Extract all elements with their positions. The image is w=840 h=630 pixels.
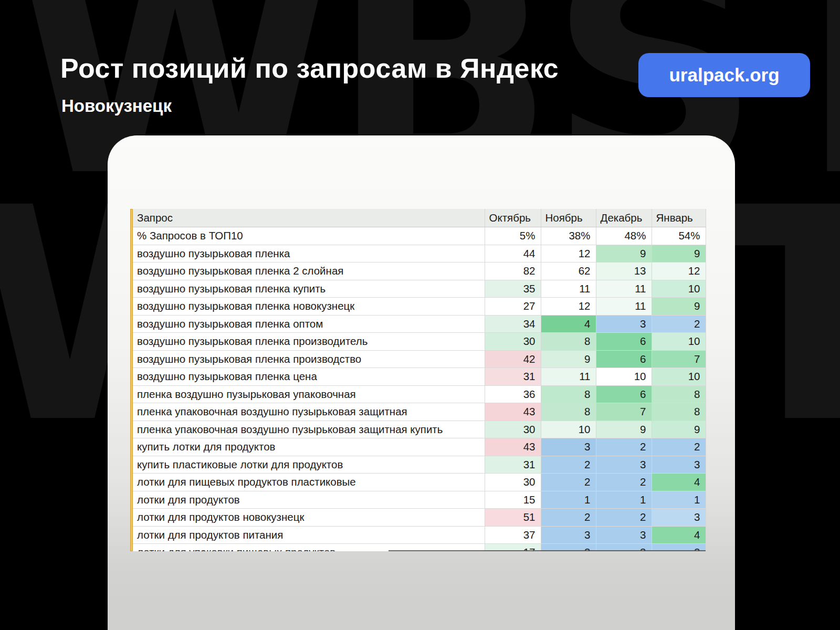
value-cell: 8 — [541, 385, 596, 403]
value-cell: 2 — [652, 438, 706, 456]
value-cell: 1 — [596, 491, 652, 509]
value-cell: 2 — [541, 474, 596, 491]
value-cell: 6 — [596, 385, 652, 403]
column-header-query: Запрос — [133, 209, 485, 227]
value-cell: 1 — [652, 491, 706, 509]
value-cell: 3 — [596, 456, 652, 474]
table-row: пленка воздушно пузырьковая упаковочная3… — [133, 385, 706, 403]
value-cell: 5% — [485, 227, 541, 245]
value-cell: 43 — [485, 438, 541, 456]
value-cell: 11 — [541, 280, 596, 298]
value-cell: 2 — [541, 456, 596, 474]
value-cell: 35 — [485, 280, 541, 298]
value-cell: 12 — [541, 298, 596, 316]
value-cell: 10 — [652, 368, 706, 386]
value-cell: 3 — [652, 509, 706, 527]
table-row: воздушно пузырьковая пленка купить351111… — [133, 280, 706, 298]
query-cell: % Запросов в ТОП10 — [133, 227, 485, 245]
query-cell: купить пластиковые лотки для продуктов — [133, 456, 485, 474]
value-cell: 8 — [541, 403, 596, 421]
table-row: пленка упаковочная воздушно пузырьковая … — [133, 421, 706, 438]
query-cell: воздушно пузырьковая пленка цена — [133, 368, 485, 386]
value-cell: 42 — [485, 350, 541, 368]
slide: WBSTR WBSTR Рост позиций по запросам в Я… — [0, 0, 840, 630]
table-body: % Запросов в ТОП105%38%48%54%воздушно пу… — [133, 227, 706, 552]
query-cell: пленка воздушно пузырьковая упаковочная — [133, 385, 485, 403]
value-cell: 8 — [652, 403, 706, 421]
table-row: купить пластиковые лотки для продуктов31… — [133, 456, 706, 474]
value-cell: 3 — [541, 526, 596, 544]
positions-table: Запрос Октябрь Ноябрь Декабрь Январь % З… — [133, 209, 706, 551]
value-cell: 36 — [485, 385, 541, 403]
column-header-month: Январь — [652, 209, 706, 227]
value-cell: 31 — [485, 368, 541, 386]
query-cell: лотки для продуктов питания — [133, 526, 485, 544]
spreadsheet-screenshot: Запрос Октябрь Ноябрь Декабрь Январь % З… — [133, 209, 706, 551]
value-cell: 4 — [652, 526, 706, 544]
value-cell: 51 — [485, 509, 541, 527]
value-cell: 4 — [541, 315, 596, 333]
table-row: % Запросов в ТОП105%38%48%54% — [133, 227, 706, 245]
value-cell: 62 — [541, 262, 596, 280]
value-cell: 11 — [541, 368, 596, 386]
value-cell: 48% — [596, 227, 652, 245]
value-cell: 2 — [541, 509, 596, 527]
query-cell: пленка упаковочная воздушно пузырьковая … — [133, 403, 485, 421]
value-cell: 8 — [541, 333, 596, 351]
table-row: купить лотки для продуктов43322 — [133, 438, 706, 456]
query-cell: пленка упаковочная воздушно пузырьковая … — [133, 421, 485, 438]
query-cell: воздушно пузырьковая пленка производител… — [133, 333, 485, 351]
query-cell: воздушно пузырьковая пленка оптом — [133, 315, 485, 333]
value-cell: 12 — [541, 245, 596, 262]
site-badge[interactable]: uralpack.org — [638, 53, 810, 97]
value-cell: 10 — [652, 280, 706, 298]
table-row: воздушно пузырьковая пленка производство… — [133, 350, 706, 368]
value-cell: 4 — [652, 474, 706, 491]
value-cell: 6 — [596, 350, 652, 368]
value-cell: 10 — [541, 421, 596, 438]
table-row: лотки для продуктов питания37334 — [133, 526, 706, 544]
value-cell: 2 — [596, 474, 652, 491]
value-cell: 30 — [485, 333, 541, 351]
column-header-month: Октябрь — [485, 209, 541, 227]
value-cell: 34 — [485, 315, 541, 333]
value-cell: 2 — [596, 509, 652, 527]
table-row: воздушно пузырьковая пленка производител… — [133, 333, 706, 351]
value-cell: 6 — [596, 333, 652, 351]
query-cell: купить лотки для продуктов — [133, 438, 485, 456]
value-cell: 37 — [485, 526, 541, 544]
value-cell: 3 — [596, 315, 652, 333]
query-cell: воздушно пузырьковая пленка 2 слойная — [133, 262, 485, 280]
value-cell: 9 — [652, 421, 706, 438]
table-row: воздушно пузырьковая пленка 2 слойная826… — [133, 262, 706, 280]
value-cell: 10 — [596, 368, 652, 386]
column-header-month: Ноябрь — [541, 209, 596, 227]
value-cell: 12 — [652, 262, 706, 280]
screenshot-card: Запрос Октябрь Ноябрь Декабрь Январь % З… — [108, 135, 735, 630]
query-cell: лотки для продуктов — [133, 491, 485, 509]
value-cell: 7 — [596, 403, 652, 421]
value-cell: 7 — [652, 350, 706, 368]
table-row: воздушно пузырьковая пленка оптом34432 — [133, 315, 706, 333]
value-cell: 30 — [485, 421, 541, 438]
value-cell: 11 — [596, 298, 652, 316]
value-cell: 54% — [652, 227, 706, 245]
table-row: воздушно пузырьковая пленка цена31111010 — [133, 368, 706, 386]
value-cell: 10 — [652, 333, 706, 351]
query-cell: воздушно пузырьковая пленка новокузнецк — [133, 298, 485, 316]
value-cell: 11 — [596, 280, 652, 298]
value-cell: 9 — [652, 245, 706, 262]
query-cell: воздушно пузырьковая пленка — [133, 245, 485, 262]
value-cell: 9 — [652, 298, 706, 316]
table-row: воздушно пузырьковая пленка441299 — [133, 245, 706, 262]
value-cell: 15 — [485, 491, 541, 509]
value-cell: 1 — [541, 491, 596, 509]
table-row: лотки для продуктов новокузнецк51223 — [133, 509, 706, 527]
value-cell: 30 — [485, 474, 541, 491]
table-cut-edge — [388, 550, 706, 551]
value-cell: 9 — [596, 245, 652, 262]
table-row: пленка упаковочная воздушно пузырьковая … — [133, 403, 706, 421]
value-cell: 9 — [596, 421, 652, 438]
table-row: воздушно пузырьковая пленка новокузнецк2… — [133, 298, 706, 316]
query-cell: воздушно пузырьковая пленка производство — [133, 350, 485, 368]
